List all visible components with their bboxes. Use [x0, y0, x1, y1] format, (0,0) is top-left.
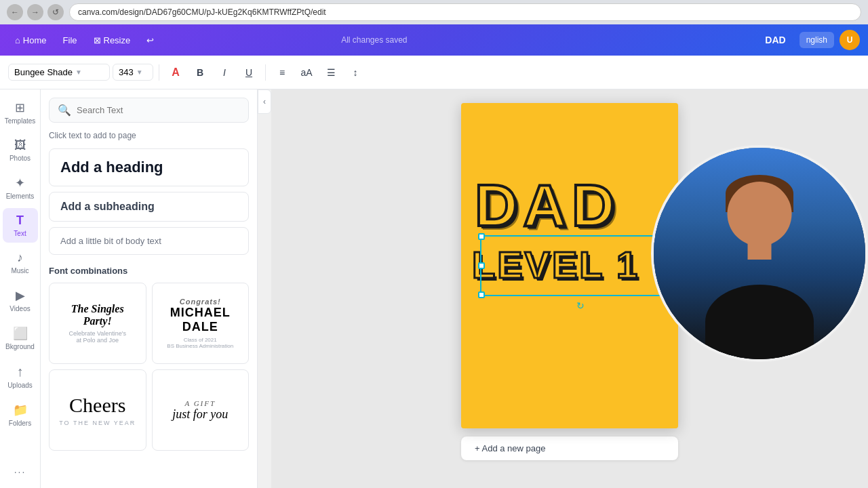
person-neck — [748, 239, 772, 260]
forward-button[interactable]: → — [27, 4, 43, 20]
sidebar-label: Elements — [6, 192, 35, 200]
toolbar-divider-2 — [265, 64, 266, 81]
sidebar-item-videos[interactable]: ▶ Videos — [3, 283, 38, 318]
videos-icon: ▶ — [16, 288, 25, 303]
spacing-icon: ↕ — [353, 67, 358, 78]
sidebar-label: Uploads — [7, 382, 33, 389]
combo-main-text: Congrats! — [180, 298, 221, 306]
list-button[interactable]: ☰ — [320, 62, 342, 83]
add-page-button[interactable]: + Add a new page — [461, 436, 678, 460]
sidebar-item-elements[interactable]: ✦ Elements — [3, 170, 38, 205]
sidebar-label: Videos — [9, 305, 30, 312]
format-toolbar: Bungee Shade ▼ 343 ▼ A B I U ≡ aA ☰ ↕ — [0, 56, 868, 89]
search-box[interactable]: 🔍 — [49, 98, 249, 123]
font-size-toggle-button[interactable]: aA — [296, 62, 317, 83]
text-icon: T — [16, 214, 24, 228]
sidebar-item-music[interactable]: ♪ Music — [3, 245, 38, 280]
resize-button[interactable]: ⊠ Resize — [87, 31, 138, 49]
sidebar-item-background[interactable]: ⬜ Bkground — [3, 321, 38, 356]
sidebar-item-text[interactable]: T Text — [3, 208, 38, 243]
handle-bottom-left[interactable] — [478, 291, 485, 298]
language-button[interactable]: nglish — [800, 32, 834, 48]
user-avatar[interactable]: U — [840, 30, 860, 50]
toolbar-divider — [159, 64, 159, 81]
combo-sub-text: Celebrate Valentine'sat Polo and Joe — [68, 330, 126, 344]
font-combo-card-3[interactable]: Cheers TO THE NEW YEAR — [49, 369, 146, 451]
combo-main-text: A GIFT — [184, 399, 216, 407]
font-combo-card-4[interactable]: A GIFT just for you — [152, 369, 250, 451]
underline-button[interactable]: U — [238, 62, 260, 83]
top-nav: ⌂ Home File ⊠ Resize ↩ All changes saved… — [0, 24, 868, 56]
home-button[interactable]: ⌂ Home — [8, 31, 54, 49]
font-combo-card-2[interactable]: Congrats! MICHAELDALE Class of 2021BS Bu… — [152, 283, 250, 364]
file-button[interactable]: File — [56, 31, 84, 49]
text-panel: 🔍 Click text to add to page Add a headin… — [41, 89, 258, 488]
sidebar-item-uploads[interactable]: ↑ Uploads — [3, 359, 38, 394]
panel-collapse-button[interactable]: ‹ — [258, 89, 271, 114]
sidebar-item-more[interactable]: ··· — [3, 461, 38, 483]
font-family-selector[interactable]: Bungee Shade ▼ — [8, 64, 110, 81]
search-icon: 🔍 — [58, 104, 71, 117]
font-combos-grid: The SinglesParty! Celebrate Valentine'sa… — [49, 283, 249, 451]
combo-extra-text: Class of 2021BS Business Administration — [167, 337, 233, 349]
add-heading-button[interactable]: Add a heading — [49, 148, 249, 186]
add-subheading-button[interactable]: Add a subheading — [49, 192, 249, 222]
photos-icon: 🖼 — [14, 138, 26, 152]
font-combos-title: Font combinations — [49, 266, 249, 276]
main-layout: ⊞ Templates 🖼 Photos ✦ Elements T Text ♪… — [0, 89, 868, 488]
text-color-button[interactable]: A — [165, 62, 186, 83]
dad-text[interactable]: DAD — [475, 171, 620, 240]
folders-icon: 📁 — [13, 403, 28, 418]
url-text: canva.com/design/DAD67g60CMU/pJ-kUEg2Kq6… — [78, 7, 326, 17]
uploads-icon: ↑ — [17, 364, 24, 380]
refresh-button[interactable]: ↺ — [47, 4, 64, 20]
elements-icon: ✦ — [15, 176, 25, 190]
sidebar-item-templates[interactable]: ⊞ Templates — [3, 95, 38, 130]
home-icon: ⌂ — [15, 35, 20, 45]
back-button[interactable]: ← — [7, 4, 23, 20]
list-icon: ☰ — [327, 67, 336, 78]
sidebar-label: Text — [14, 230, 26, 237]
undo-icon: ↩ — [146, 35, 154, 45]
address-bar[interactable]: canva.com/design/DAD67g60CMU/pJ-kUEg2Kq6… — [69, 3, 861, 21]
click-hint: Click text to add to page — [49, 131, 249, 140]
level-text-wrapper[interactable]: LEVEL 1 — [468, 242, 671, 288]
chevron-down-icon: ▼ — [136, 68, 143, 76]
chevron-down-icon: ▼ — [75, 68, 82, 76]
left-sidebar: ⊞ Templates 🖼 Photos ✦ Elements T Text ♪… — [0, 89, 41, 488]
design-canvas[interactable]: DAD LEVEL 1 ↻ — [461, 103, 678, 428]
sidebar-label: Photos — [9, 155, 31, 162]
templates-icon: ⊞ — [15, 100, 25, 115]
canvas-wrapper: DAD LEVEL 1 ↻ + Add a new page — [461, 103, 678, 460]
italic-button[interactable]: I — [214, 62, 235, 83]
combo-sub-text: TO THE NEW YEAR — [59, 420, 136, 426]
sidebar-item-folders[interactable]: 📁 Folders — [3, 397, 38, 432]
combo-sub-text: just for you — [172, 407, 228, 422]
font-size-selector[interactable]: 343 ▼ — [113, 64, 153, 81]
search-input[interactable] — [77, 105, 240, 115]
bold-button[interactable]: B — [189, 62, 211, 83]
webcam-overlay — [651, 145, 868, 362]
combo-main-text: Cheers — [69, 394, 125, 417]
browser-bar: ← → ↺ canva.com/design/DAD67g60CMU/pJ-kU… — [0, 0, 868, 24]
person-head — [728, 182, 792, 246]
undo-button[interactable]: ↩ — [140, 31, 161, 49]
rotate-handle[interactable]: ↻ — [576, 300, 585, 311]
background-icon: ⬜ — [13, 326, 28, 341]
nav-right-controls: nglish U — [800, 30, 860, 50]
add-body-button[interactable]: Add a little bit of body text — [49, 227, 249, 255]
sidebar-label: Music — [11, 267, 28, 274]
align-icon: ≡ — [279, 67, 285, 78]
font-combo-card-1[interactable]: The SinglesParty! Celebrate Valentine'sa… — [49, 283, 146, 364]
sidebar-label: Folders — [9, 420, 31, 427]
align-button[interactable]: ≡ — [271, 62, 293, 83]
sidebar-item-photos[interactable]: 🖼 Photos — [3, 133, 38, 167]
music-icon: ♪ — [17, 251, 23, 265]
canvas-area[interactable]: DAD LEVEL 1 ↻ + Add a new page — [271, 89, 868, 488]
spacing-button[interactable]: ↕ — [344, 62, 366, 83]
resize-icon: ⊠ — [94, 35, 101, 45]
combo-main-text: The SinglesParty! — [71, 303, 124, 327]
level-text-content[interactable]: LEVEL 1 — [468, 242, 671, 288]
combo-sub-text: MICHAELDALE — [170, 306, 231, 334]
text-color-icon: A — [172, 66, 180, 79]
